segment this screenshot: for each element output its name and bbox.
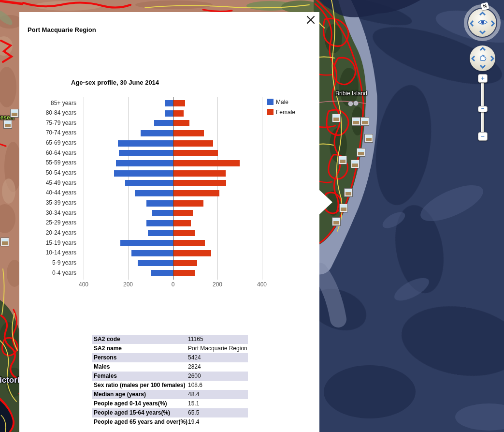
balloon-title: Port Macquarie Region	[28, 26, 96, 33]
balloon-tail	[318, 189, 334, 215]
age-label: 30-34 years	[23, 209, 76, 216]
bar-female	[173, 150, 218, 156]
bar-male	[151, 270, 173, 276]
zoom-in-button[interactable]: +	[478, 74, 488, 83]
pan-right-icon[interactable]	[490, 55, 494, 62]
zoom-slider-handle[interactable]: −	[478, 106, 488, 112]
bar-female	[173, 180, 226, 186]
table-row: Median age (years)48.4	[92, 390, 248, 399]
table-row-label: Median age (years)	[94, 390, 186, 399]
legend-label: Female	[276, 109, 295, 116]
bar-male	[114, 170, 173, 177]
table-row-label: Females	[94, 372, 186, 381]
pan-up-icon[interactable]	[479, 47, 486, 51]
bar-female	[173, 130, 204, 136]
look-down-icon[interactable]	[479, 30, 486, 34]
table-row: Males2824	[92, 362, 248, 372]
pan-left-icon[interactable]	[471, 55, 475, 62]
look-right-icon[interactable]	[490, 20, 495, 27]
bar-female	[173, 230, 195, 236]
bar-female	[173, 160, 240, 166]
age-label: 10-14 years	[23, 249, 76, 256]
age-label: 45-49 years	[23, 179, 76, 186]
photo-icon[interactable]	[1, 238, 9, 246]
table-row-value: 15.1	[188, 399, 199, 408]
bar-male	[146, 220, 173, 226]
map-label-bribie-island: Bribie Island	[335, 90, 367, 97]
table-row-value: 5424	[188, 353, 201, 362]
zoom-out-button[interactable]: −	[478, 132, 488, 141]
age-label: 40-44 years	[23, 189, 76, 196]
age-label: 35-39 years	[23, 199, 76, 206]
bar-male	[135, 190, 173, 196]
chart-gridline	[262, 97, 262, 280]
table-row-label: People aged 0-14 years(%)	[94, 399, 186, 408]
chart-gridline	[128, 97, 129, 280]
bar-female	[173, 220, 191, 226]
table-row: SA2 code11165	[92, 335, 248, 344]
photo-icon[interactable]	[357, 149, 365, 156]
age-label: 50-54 years	[23, 169, 76, 176]
bar-female	[173, 270, 195, 276]
table-row-label: Males	[94, 362, 186, 372]
photo-icon[interactable]	[4, 120, 12, 128]
table-row-label: SA2 code	[94, 335, 186, 344]
age-label: 5-9 years	[23, 259, 76, 266]
hand-icon	[478, 53, 487, 61]
bar-female	[173, 210, 193, 216]
table-row: Females2600	[92, 372, 248, 381]
photo-icon[interactable]	[351, 160, 359, 168]
photo-icon[interactable]	[352, 118, 360, 125]
photo-icon[interactable]	[345, 189, 352, 196]
table-row-label: People aged 15-64 years(%)	[94, 408, 186, 417]
age-label: 0-4 years	[23, 269, 76, 276]
look-up-icon[interactable]	[479, 12, 486, 16]
bar-female	[173, 170, 226, 177]
pan-down-icon[interactable]	[479, 64, 486, 69]
photo-icon[interactable]	[332, 114, 340, 122]
legend-label: Male	[276, 99, 288, 105]
bar-male	[141, 130, 173, 136]
bar-male	[131, 250, 173, 256]
table-row-value: Port Macquarie Region	[188, 344, 247, 353]
bar-male	[154, 120, 173, 126]
table-row-label: People aged 65 years and over(%)	[94, 417, 186, 427]
age-label: 75-79 years	[23, 119, 76, 126]
photo-icon[interactable]	[11, 109, 18, 117]
bar-male	[119, 150, 173, 156]
bar-male	[138, 260, 173, 266]
close-icon[interactable]	[306, 15, 315, 24]
table-row: Persons5424	[92, 353, 248, 362]
bar-male	[148, 230, 173, 236]
x-axis-tick-label: 200	[114, 281, 143, 288]
eye-icon	[477, 19, 488, 26]
bar-female	[173, 100, 185, 106]
table-row: SA2 namePort Macquarie Region	[92, 344, 248, 353]
x-axis-tick-label: 400	[247, 281, 276, 288]
age-label: 85+ years	[23, 100, 76, 106]
poi-dot-icon[interactable]	[348, 101, 353, 106]
look-left-icon[interactable]	[470, 20, 474, 27]
bar-male	[165, 100, 173, 106]
age-label: 55-59 years	[23, 159, 76, 166]
age-label: 80-84 years	[23, 109, 76, 116]
photo-icon[interactable]	[365, 134, 373, 142]
info-balloon: Port Macquarie Region Age-sex profile, 3…	[19, 12, 319, 432]
legend-swatch-male	[267, 99, 274, 105]
chart-gridline	[217, 97, 218, 280]
age-label: 20-24 years	[23, 229, 76, 236]
chart-title: Age-sex profile, 30 June 2014	[71, 79, 159, 86]
bar-male	[152, 210, 173, 216]
photo-icon[interactable]	[340, 204, 347, 212]
table-row-label: Sex ratio (males per 100 females)	[94, 381, 186, 390]
photo-icon[interactable]	[339, 156, 346, 164]
age-label: 70-74 years	[23, 129, 76, 136]
photo-icon[interactable]	[361, 118, 369, 125]
bar-male	[146, 200, 173, 207]
photo-icon[interactable]	[332, 218, 340, 225]
bar-male	[120, 240, 173, 246]
table-row-label: SA2 name	[94, 344, 186, 353]
bar-female	[173, 260, 197, 266]
x-axis-tick-label: 200	[203, 281, 232, 288]
poi-dot-icon[interactable]	[353, 101, 359, 106]
